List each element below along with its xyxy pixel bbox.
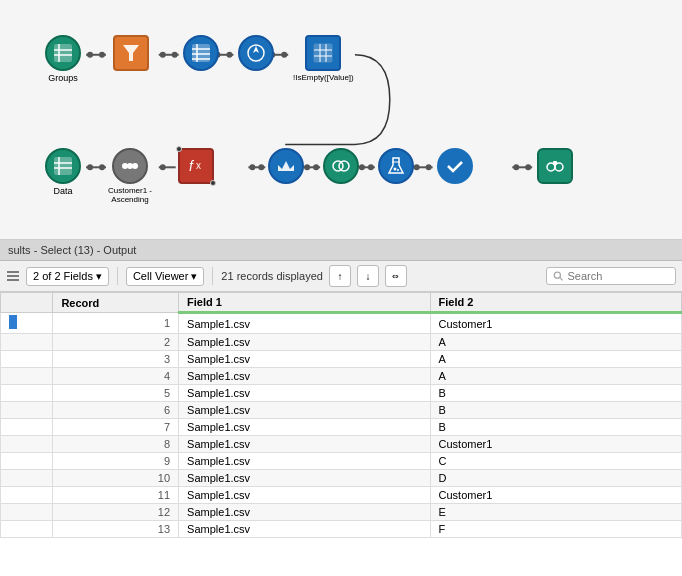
row-number: 12	[53, 504, 179, 521]
node-summarize[interactable]	[268, 148, 304, 186]
row-field1: Sample1.csv	[179, 521, 430, 538]
svg-rect-66	[553, 161, 557, 165]
node-formula[interactable]: fx	[178, 148, 214, 186]
node-join[interactable]	[323, 148, 359, 186]
table-row[interactable]: 6Sample1.csvB	[1, 402, 682, 419]
row-indicator-cell	[1, 313, 53, 334]
row-indicator-cell	[1, 436, 53, 453]
row-indicator-cell	[1, 453, 53, 470]
fields-dropdown[interactable]: 2 of 2 Fields ▾	[26, 267, 109, 286]
svg-point-70	[554, 272, 560, 278]
table-row[interactable]: 5Sample1.csvB	[1, 385, 682, 402]
row-field1: Sample1.csv	[179, 334, 430, 351]
svg-rect-32	[54, 44, 72, 62]
svg-marker-36	[123, 45, 139, 61]
row-number: 11	[53, 487, 179, 504]
row-indicator-cell	[1, 487, 53, 504]
separator1	[117, 267, 118, 285]
svg-text:f: f	[189, 158, 195, 174]
col-header-field1: Field 1	[179, 293, 430, 313]
row-indicator-cell	[1, 521, 53, 538]
svg-point-22	[313, 164, 319, 170]
menu-icon[interactable]	[6, 269, 20, 283]
row-field2: B	[430, 385, 681, 402]
node-sort[interactable]: Customer1 - Ascending	[100, 148, 160, 204]
row-field2: B	[430, 419, 681, 436]
col-header-field2: Field 2	[430, 293, 681, 313]
row-number: 10	[53, 470, 179, 487]
row-field2: A	[430, 334, 681, 351]
svg-point-16	[160, 164, 166, 170]
row-field1: Sample1.csv	[179, 453, 430, 470]
node-filter1[interactable]	[113, 35, 149, 73]
svg-point-55	[132, 163, 138, 169]
svg-point-27	[414, 164, 420, 170]
scroll-down-button[interactable]: ↓	[357, 265, 379, 287]
row-field2: C	[430, 453, 681, 470]
svg-point-11	[281, 52, 287, 58]
svg-point-28	[426, 164, 432, 170]
table-row[interactable]: 3Sample1.csvA	[1, 351, 682, 368]
separator2	[212, 267, 213, 285]
table-row[interactable]: 8Sample1.csvCustomer1	[1, 436, 682, 453]
scroll-up-button[interactable]: ↑	[329, 265, 351, 287]
table-row[interactable]: 10Sample1.csvD	[1, 470, 682, 487]
table-row[interactable]: 12Sample1.csvE	[1, 504, 682, 521]
node-flask[interactable]	[378, 148, 414, 186]
svg-point-21	[304, 164, 310, 170]
svg-point-62	[397, 169, 399, 171]
table-header-row: Record Field 1 Field 2	[1, 293, 682, 313]
results-toolbar: 2 of 2 Fields ▾ Cell Viewer ▾ 21 records…	[0, 261, 682, 292]
row-indicator-cell	[1, 419, 53, 436]
node-groups[interactable]: Groups	[45, 35, 81, 83]
node-select-current[interactable]	[437, 148, 473, 186]
row-field1: Sample1.csv	[179, 368, 430, 385]
data-table: Record Field 1 Field 2 1Sample1.csvCusto…	[0, 292, 682, 538]
table-row[interactable]: 9Sample1.csvC	[1, 453, 682, 470]
table-row[interactable]: 1Sample1.csvCustomer1	[1, 313, 682, 334]
node-output1[interactable]: !IsEmpty([Value])	[293, 35, 353, 82]
row-number: 13	[53, 521, 179, 538]
search-box[interactable]	[546, 267, 676, 285]
row-field1: Sample1.csv	[179, 436, 430, 453]
table-row[interactable]: 13Sample1.csvF	[1, 521, 682, 538]
table-row[interactable]: 4Sample1.csvA	[1, 368, 682, 385]
row-indicator-cell	[1, 334, 53, 351]
row-indicator-cell	[1, 351, 53, 368]
search-icon	[553, 270, 564, 282]
expand-button[interactable]: ⇔	[385, 265, 407, 287]
row-field1: Sample1.csv	[179, 470, 430, 487]
search-input[interactable]	[568, 270, 670, 282]
svg-point-5	[172, 52, 178, 58]
data-table-container: Record Field 1 Field 2 1Sample1.csvCusto…	[0, 292, 682, 576]
table-row[interactable]: 11Sample1.csvCustomer1	[1, 487, 682, 504]
table-row[interactable]: 2Sample1.csvA	[1, 334, 682, 351]
row-number: 5	[53, 385, 179, 402]
results-header: sults - Select (13) - Output	[0, 240, 682, 261]
table-row[interactable]: 7Sample1.csvB	[1, 419, 682, 436]
node-data[interactable]: Data	[45, 148, 81, 196]
svg-point-19	[258, 164, 264, 170]
row-field1: Sample1.csv	[179, 487, 430, 504]
svg-point-2	[99, 52, 105, 58]
col-header-record	[1, 293, 53, 313]
svg-line-71	[560, 277, 563, 280]
row-number: 1	[53, 313, 179, 334]
row-number: 9	[53, 453, 179, 470]
row-field1: Sample1.csv	[179, 419, 430, 436]
viewer-dropdown[interactable]: Cell Viewer ▾	[126, 267, 204, 286]
svg-point-13	[87, 164, 93, 170]
row-number: 8	[53, 436, 179, 453]
node-browse1[interactable]	[238, 35, 274, 73]
svg-marker-43	[253, 46, 259, 53]
row-indicator-cell	[1, 402, 53, 419]
svg-rect-49	[54, 157, 72, 175]
row-field2: A	[430, 368, 681, 385]
row-field2: E	[430, 504, 681, 521]
row-field2: A	[430, 351, 681, 368]
row-field1: Sample1.csv	[179, 385, 430, 402]
node-binoculars[interactable]	[537, 148, 573, 186]
node-select1[interactable]	[183, 35, 219, 73]
row-number: 6	[53, 402, 179, 419]
svg-point-18	[249, 164, 255, 170]
